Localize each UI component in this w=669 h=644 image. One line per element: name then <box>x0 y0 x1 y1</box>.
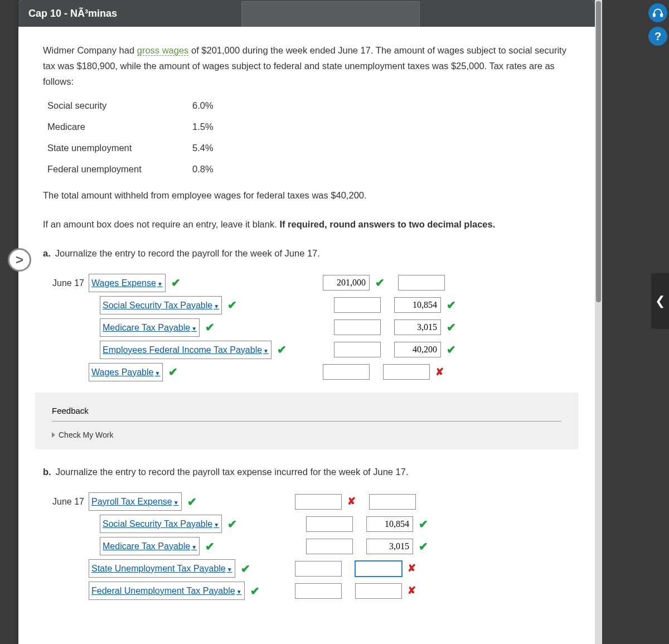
credit-input[interactable] <box>394 297 441 313</box>
caret-down-icon: ▼ <box>227 566 232 573</box>
check-icon: ✔ <box>227 515 237 534</box>
account-dropdown[interactable]: Medicare Tax Payable▼ <box>100 537 200 555</box>
check-my-work-button[interactable]: Check My Work <box>52 430 561 439</box>
credit-input[interactable] <box>355 583 402 599</box>
chevron-left-icon: ❮ <box>655 294 665 308</box>
check-icon: ✔ <box>250 582 260 601</box>
debit-input[interactable] <box>334 319 381 335</box>
caret-down-icon: ▼ <box>214 303 219 309</box>
check-icon: ✔ <box>419 537 428 556</box>
account-dropdown[interactable]: Wages Expense▼ <box>89 274 166 292</box>
help-icon[interactable]: ? <box>648 27 667 46</box>
tax-rate-table: Social security6.0% Medicare1.5% State u… <box>47 95 570 180</box>
caret-down-icon: ▼ <box>191 544 197 550</box>
gross-wages-link[interactable]: gross wages <box>137 45 189 56</box>
account-dropdown[interactable]: Wages Payable▼ <box>89 363 163 381</box>
journal-row: June 17 Wages Expense▼ ✔ ✔ <box>51 273 570 292</box>
journal-row: Employees Federal Income Tax Payable▼ ✔ … <box>51 340 570 359</box>
check-icon: ✔ <box>168 362 178 381</box>
headset-icon[interactable] <box>648 3 667 22</box>
intro-text: Widmer Company had gross wages of $201,0… <box>43 42 570 89</box>
next-nav-button[interactable]: > <box>8 248 31 272</box>
debit-input[interactable] <box>334 297 381 313</box>
journal-row: Social Security Tax Payable▼ ✔ ✔ <box>51 296 570 314</box>
debit-input[interactable] <box>295 561 342 577</box>
journal-row: June 17 Payroll Tax Expense▼ ✔ ✘ <box>51 492 570 511</box>
check-icon: ✔ <box>419 515 428 534</box>
tax-row: Medicare1.5% <box>47 116 570 137</box>
check-icon: ✔ <box>205 537 215 556</box>
check-icon: ✔ <box>241 559 250 578</box>
credit-input[interactable] <box>394 342 441 357</box>
card-header: Cap 10 - NÃ³minas <box>18 0 595 27</box>
question-b: b.Journalize the entry to record the pay… <box>43 464 570 480</box>
credit-input[interactable] <box>398 275 445 290</box>
drawer-toggle[interactable]: ❮ <box>651 273 669 329</box>
check-icon: ✔ <box>447 296 456 314</box>
check-icon: ✔ <box>205 318 215 337</box>
caret-down-icon: ▼ <box>154 370 160 376</box>
debit-input[interactable] <box>334 342 381 357</box>
tax-row: State unemployment5.4% <box>47 137 570 158</box>
feedback-panel: Feedback Check My Work <box>35 393 578 449</box>
journal-row: Wages Payable▼ ✔ ✘ <box>51 362 570 381</box>
debit-input[interactable] <box>323 275 370 290</box>
journal-row: State Unemployment Tax Payable▼ ✔ ✘ <box>51 559 570 578</box>
scrollbar[interactable] <box>595 0 602 644</box>
credit-input[interactable] <box>366 539 413 554</box>
side-tools: ? <box>648 3 668 50</box>
debit-input[interactable] <box>295 494 342 510</box>
scrollbar-thumb[interactable] <box>596 1 601 302</box>
account-dropdown[interactable]: Federal Unemployment Tax Payable▼ <box>89 582 245 600</box>
withheld-text: The total amount withheld from employee … <box>43 187 570 203</box>
instructions: If an amount box does not require an ent… <box>43 216 570 232</box>
tax-row: Federal unemployment0.8% <box>47 158 570 180</box>
header-tab <box>241 1 420 27</box>
account-dropdown[interactable]: State Unemployment Tax Payable▼ <box>89 559 235 578</box>
journal-b: June 17 Payroll Tax Expense▼ ✔ ✘ Social … <box>51 492 570 601</box>
journal-row: Social Security Tax Payable▼ ✔ ✔ <box>51 515 570 534</box>
caret-down-icon: ▼ <box>191 326 197 332</box>
x-icon: ✘ <box>408 560 416 577</box>
check-icon: ✔ <box>447 318 456 337</box>
divider <box>52 421 561 422</box>
question-card: Cap 10 - NÃ³minas Widmer Company had gro… <box>18 0 595 644</box>
debit-input[interactable] <box>306 539 353 554</box>
caret-down-icon: ▼ <box>263 348 269 354</box>
debit-input[interactable] <box>323 364 370 380</box>
check-icon: ✔ <box>227 296 237 314</box>
caret-down-icon: ▼ <box>173 500 179 506</box>
feedback-title: Feedback <box>52 406 561 415</box>
account-dropdown[interactable]: Social Security Tax Payable▼ <box>100 515 222 533</box>
entry-date: June 17 <box>51 275 89 290</box>
check-icon: ✔ <box>277 340 287 359</box>
debit-input[interactable] <box>295 583 342 599</box>
credit-input[interactable] <box>383 364 430 380</box>
account-dropdown[interactable]: Medicare Tax Payable▼ <box>100 318 200 337</box>
svg-rect-0 <box>653 14 655 17</box>
credit-input[interactable] <box>355 561 402 577</box>
svg-rect-1 <box>661 14 662 17</box>
credit-input[interactable] <box>366 516 413 532</box>
account-dropdown[interactable]: Employees Federal Income Tax Payable▼ <box>100 341 272 359</box>
x-icon: ✘ <box>347 493 356 510</box>
credit-input[interactable] <box>394 319 441 335</box>
x-icon: ✘ <box>435 364 444 381</box>
caret-down-icon: ▼ <box>214 522 219 528</box>
caret-down-icon: ▼ <box>157 281 163 287</box>
header-title: Cap 10 - NÃ³minas <box>28 8 117 19</box>
content-area: Widmer Company had gross wages of $201,0… <box>18 27 595 381</box>
debit-input[interactable] <box>306 516 353 532</box>
question-a: a.Journalize the entry to record the pay… <box>43 245 570 261</box>
account-dropdown[interactable]: Payroll Tax Expense▼ <box>89 492 182 511</box>
check-icon: ✔ <box>187 492 197 511</box>
check-icon: ✔ <box>447 340 456 359</box>
journal-row: Medicare Tax Payable▼ ✔ ✔ <box>51 318 570 337</box>
check-icon: ✔ <box>375 273 385 292</box>
credit-input[interactable] <box>369 494 416 510</box>
caret-down-icon: ▼ <box>236 589 242 595</box>
chevron-right-icon: > <box>16 252 23 268</box>
account-dropdown[interactable]: Social Security Tax Payable▼ <box>100 296 222 314</box>
content-area-b: b.Journalize the entry to record the pay… <box>18 464 595 600</box>
play-icon <box>52 432 55 438</box>
